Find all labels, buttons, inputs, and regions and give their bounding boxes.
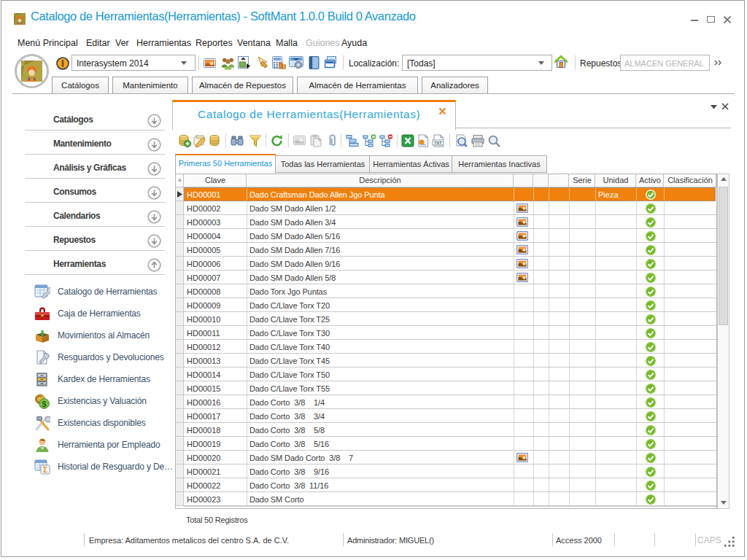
svg-text:TXT: TXT — [434, 141, 442, 145]
svg-text:$: $ — [42, 400, 46, 408]
svg-text:Σ: Σ — [43, 466, 47, 474]
